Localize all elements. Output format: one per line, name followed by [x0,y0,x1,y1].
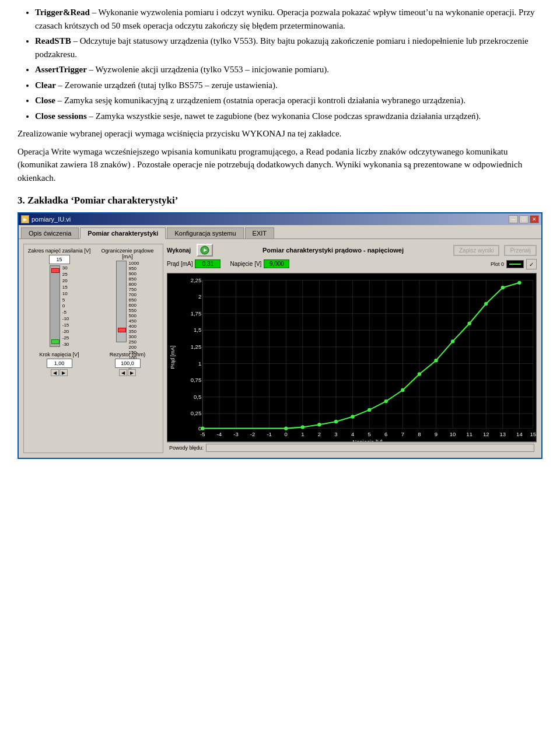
bullet-close-sessions-text: – Zamyka wszystkie sesje, nawet te zagub… [87,111,481,121]
bullet-readstb: ReadSTB – Odczytuje bajt statusowy urząd… [35,34,542,61]
svg-text:13: 13 [500,431,506,437]
window-title: pomiary_IU.vi [32,216,71,223]
rezystor-decrement[interactable]: ◀ [119,369,127,376]
svg-text:Napięcie [V]: Napięcie [V] [352,439,382,441]
napiecie-label: Napięcie [V] [230,261,261,267]
chart-toolbar-left: Wykonaj [167,244,213,257]
bullet-clear: Clear – Zerowanie urządzeń (tutaj tylko … [35,79,542,92]
svg-text:3: 3 [334,431,337,437]
przerwij-button[interactable]: Przerwij [504,245,537,256]
rezystor-increment[interactable]: ▶ [128,369,136,376]
svg-text:5: 5 [368,431,371,437]
svg-text:1: 1 [198,360,201,367]
svg-text:-1: -1 [267,431,271,437]
prad-display: Prąd [mA] 0,31 [167,259,220,268]
bullet-readstb-title: ReadSTB [35,36,71,45]
svg-point-75 [401,388,404,392]
plot-label: Plot 0 [491,261,504,267]
slider1-value-display: 15 [49,255,70,264]
svg-text:0: 0 [285,431,288,437]
svg-text:9: 9 [435,431,438,437]
svg-text:12: 12 [483,431,489,437]
krok-spinner: 1,00 ◀ ▶ [47,359,72,376]
svg-text:14: 14 [516,431,523,437]
slider1-label: Zakres napięć zasilania [V] [28,248,91,254]
text-body: Trigger&Read – Wykonanie wyzwolenia pomi… [18,6,542,184]
svg-text:7: 7 [401,431,404,437]
svg-point-74 [384,399,388,403]
tab-bar: Opis ćwiczenia Pomiar charakterystyki Ko… [19,225,541,239]
slider1-container: 30 25 20 15 10 5 0 -5 -10 -15 [50,265,69,347]
svg-text:1,25: 1,25 [191,343,202,350]
bullet-close: Close – Zamyka sesję komunikacyjną z urz… [35,94,542,107]
svg-point-67 [201,426,204,430]
bullet-close-sessions: Close sessions – Zamyka wszystkie sesje,… [35,110,542,123]
svg-text:10: 10 [450,431,456,437]
chart-title: Pomiar charakterystyki prądowo - napięci… [213,247,453,254]
spinners-row: Krok napięcia [V] 1,00 ◀ ▶ Rezystor (ohm… [27,352,159,376]
tab-exit[interactable]: EXIT [245,227,274,239]
napiecie-display: Napięcie [V] 9,000 [230,259,289,268]
svg-text:0,5: 0,5 [194,394,201,400]
right-panel: Wykonaj Pomiar charakterystyki prądowo -… [167,244,537,453]
sliders-row: Zakres napięć zasilania [V] 15 [27,248,159,347]
svg-point-73 [368,408,371,412]
rezystor-label: Rezystor (ohm) [110,352,146,357]
plot-legend: Plot 0 ✓ [491,259,537,269]
krok-buttons: ◀ ▶ [51,369,68,376]
svg-point-69 [301,425,304,429]
minimize-button[interactable]: ─ [509,215,518,223]
bullet-assert-trigger: AssertTrigger – Wyzwolenie akcji urządze… [35,63,542,76]
bullet-trigger-read-text: – Wykonanie wyzwolenia pomiaru i odczyt … [35,8,535,30]
section-heading: 3. Zakładka ‘Pomiar charakterystyki’ [18,195,542,206]
krok-increment[interactable]: ▶ [60,369,68,376]
slider2-red-thumb[interactable] [118,328,126,332]
slider2-col: Ograniczenie prądowe [mA] 1000 950 90 [96,248,159,347]
slider2-scale: 1000 950 900 850 800 750 700 650 600 5 [129,261,139,342]
svg-text:4: 4 [351,431,355,437]
window-icon: ▶ [21,215,29,223]
chart-svg: 2,25 2 1,75 1,5 1,25 1 0,75 0,5 0,25 0 [178,273,536,441]
slider2-track[interactable] [116,261,127,342]
tab-opis[interactable]: Opis ćwiczenia [21,227,79,239]
slider1-green-thumb[interactable] [51,339,60,344]
run-button[interactable] [197,244,213,257]
svg-text:15: 15 [530,431,536,437]
svg-text:0,75: 0,75 [191,377,202,383]
tab-konfiguracja[interactable]: Konfiguracja systemu [167,227,243,239]
svg-point-77 [434,359,438,362]
napiecie-value: 9,000 [264,259,289,268]
slider1-track[interactable] [50,265,60,347]
svg-point-71 [334,420,338,423]
bullet-close-sessions-title: Close sessions [35,111,87,121]
window-content: Zakres napięć zasilania [V] 15 [19,239,541,458]
legend-box [506,260,524,268]
status-label: Powody błędu: [169,445,204,451]
svg-point-82 [517,281,521,285]
bullet-clear-text: – Zerowanie urządzeń (tutaj tylko BS575 … [56,80,278,90]
status-field [206,444,534,452]
svg-text:2: 2 [198,293,201,300]
bullet-assert-text: – Wyzwolenie akcji urządzenia (tylko V55… [87,65,329,74]
legend-line [509,264,521,265]
krok-decrement[interactable]: ◀ [51,369,59,376]
rezystor-spinner: 100,0 ◀ ▶ [115,359,141,376]
labview-window: ▶ pomiary_IU.vi ─ □ ✕ Opis ćwiczenia Pom… [18,212,542,459]
tab-pomiar[interactable]: Pomiar charakterystyki [80,227,166,239]
slider1-red-thumb[interactable] [51,268,60,273]
bullet-close-title: Close [35,96,55,105]
bullet-trigger-read: Trigger&Read – Wykonanie wyzwolenia pomi… [35,6,542,32]
krok-col: Krok napięcia [V] 1,00 ◀ ▶ [27,352,91,376]
svg-point-70 [317,423,321,426]
bottom-para1: Zrealizowanie wybranej operacji wymaga w… [18,127,542,141]
svg-point-79 [467,322,471,325]
bullet-clear-title: Clear [35,80,56,90]
svg-text:-2: -2 [250,431,255,437]
svg-text:1: 1 [301,431,304,437]
maximize-button[interactable]: □ [519,215,528,223]
zapisz-button[interactable]: Zapisz wyniki [453,245,499,256]
close-button[interactable]: ✕ [530,215,539,223]
chart-wrapper: Prąd [mA] [167,273,537,442]
svg-text:11: 11 [466,431,473,437]
legend-checkmark[interactable]: ✓ [526,259,537,269]
